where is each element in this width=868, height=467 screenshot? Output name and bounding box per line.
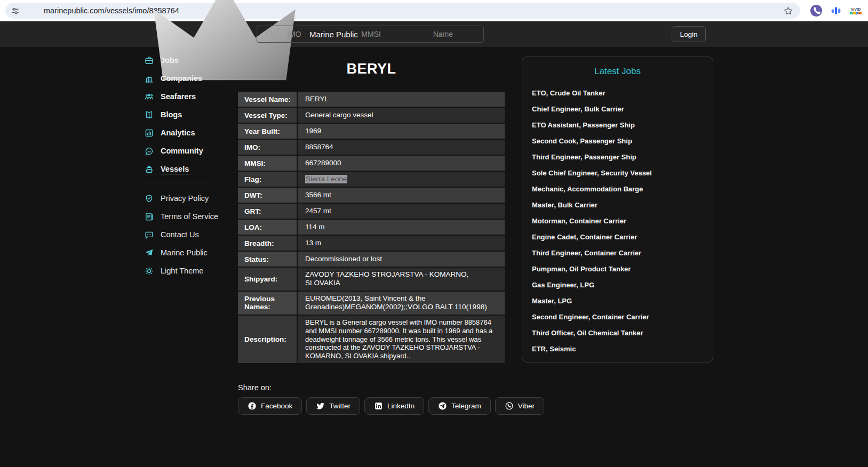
detail-row: GRT: 2457 mt <box>238 204 505 220</box>
vessel-search-bar <box>257 26 484 43</box>
job-item[interactable]: Motorman, Container Carrier <box>522 213 713 229</box>
sidebar-item-label: Companies <box>161 74 202 83</box>
chat-smile-icon <box>145 147 154 156</box>
detail-value-text: General cargo vessel <box>305 111 373 119</box>
book-icon <box>145 110 154 119</box>
vessel-title: BERYL <box>238 61 505 77</box>
job-item[interactable]: Third Engineer, Container Carrier <box>522 245 713 261</box>
sidebar-item[interactable]: Terms of Service <box>136 207 232 226</box>
detail-value-text: 667289000 <box>305 159 341 167</box>
twitter-icon <box>316 401 325 410</box>
mmsi-search-input[interactable] <box>337 30 411 38</box>
sidebar-item-label: Vessels <box>161 165 189 173</box>
job-item[interactable]: ETR, Seismic <box>522 341 713 357</box>
detail-row: Year Built: 1969 <box>238 124 505 140</box>
sidebar-item[interactable]: Vessels <box>136 160 232 178</box>
share-button[interactable]: Facebook <box>238 397 302 415</box>
document-lines-icon <box>145 212 154 221</box>
sidebar-item-label: Blogs <box>161 110 182 119</box>
job-item[interactable]: Master, LPG <box>522 293 713 309</box>
detail-label: Description: <box>238 316 298 363</box>
detail-value: Decommissioned or lost <box>298 252 505 267</box>
share-button[interactable]: LinkedIn <box>364 397 424 415</box>
people-icon <box>145 92 154 101</box>
imo-search-input[interactable] <box>275 30 337 38</box>
share-button-label: Viber <box>518 402 535 410</box>
linkedin-icon <box>374 401 383 410</box>
detail-label: Year Built: <box>238 124 298 139</box>
equalizer-extension-icon[interactable] <box>830 5 842 17</box>
invid-extension-icon[interactable]: InVID <box>850 7 862 14</box>
address-bar[interactable]: marinepublic.com/vessels/imo/8858764 <box>5 3 800 19</box>
job-item[interactable]: Master, Bulk Carrier <box>522 197 713 213</box>
share-button-label: Telegram <box>451 402 481 410</box>
site-settings-icon[interactable] <box>11 6 20 15</box>
sidebar-item[interactable]: Community <box>136 142 232 160</box>
detail-value-text: BERYL is a General cargo vessel with IMO… <box>305 318 499 360</box>
job-item[interactable]: ETO, Crude Oil Tanker <box>522 85 713 101</box>
job-item[interactable]: Sole Chief Engineer, Security Vessel <box>522 165 713 181</box>
detail-row: IMO: 8858764 <box>238 140 505 156</box>
detail-label: Vessel Type: <box>238 108 298 123</box>
share-button-label: LinkedIn <box>387 402 415 410</box>
job-item[interactable]: Chief Engineer, Bulk Carrier <box>522 101 713 117</box>
chat-dots-icon <box>145 230 154 239</box>
detail-row: Vessel Type: General cargo vessel <box>238 108 505 124</box>
job-item[interactable]: Pumpman, Oil Product Tanker <box>522 261 713 277</box>
detail-row: Flag: Sierra Leone <box>238 172 505 188</box>
detail-value: 667289000 <box>298 156 505 171</box>
sidebar-item-label: Jobs <box>161 56 179 65</box>
detail-value: 2457 mt <box>298 204 505 219</box>
share-label: Share on: <box>238 383 505 392</box>
job-item[interactable]: ETO Assistant, Passenger Ship <box>522 117 713 133</box>
sidebar-item-label: Contact Us <box>161 230 199 239</box>
login-button[interactable]: Login <box>672 26 706 42</box>
sidebar-item[interactable]: Seafarers <box>136 87 232 106</box>
job-item[interactable]: Second Cook, Passenger Ship <box>522 133 713 149</box>
sidebar-item-label: Privacy Policy <box>161 194 209 203</box>
latest-jobs-title: Latest Jobs <box>522 66 713 77</box>
sidebar-item[interactable]: Analytics <box>136 124 232 142</box>
share-button[interactable]: Twitter <box>306 397 360 415</box>
job-item[interactable]: Gas Engineer, LPG <box>522 277 713 293</box>
sidebar-item[interactable]: Blogs <box>136 106 232 124</box>
viber-extension-icon[interactable] <box>810 5 822 17</box>
detail-row: DWT: 3566 mt <box>238 188 505 204</box>
sidebar-item[interactable]: Privacy Policy <box>136 189 232 207</box>
detail-value-text: 8858764 <box>305 143 333 151</box>
detail-row: Breadth: 13 m <box>238 236 505 252</box>
latest-jobs-list: ETO, Crude Oil Tanker Chief Engineer, Bu… <box>522 85 713 357</box>
share-buttons-row: Facebook Twitter LinkedIn Telegram <box>238 397 505 415</box>
detail-label: Previous Names: <box>238 292 298 315</box>
bookmark-star-icon[interactable] <box>783 6 793 16</box>
detail-value: EUROMED(2013, Saint Vincent & the Grenad… <box>298 292 505 315</box>
vessel-main: BERYL Vessel Name: BERYL Vessel Type: Ge… <box>238 61 505 415</box>
share-button-label: Twitter <box>329 402 351 410</box>
sidebar-item[interactable]: Marine Public <box>136 244 232 262</box>
job-item[interactable]: Second Engineer, Container Carrier <box>522 309 713 325</box>
search-icon <box>265 29 275 39</box>
job-item[interactable]: Mechanic, Accommodation Barge <box>522 181 713 197</box>
detail-row: Shipyard: ZAVODY TAZKEHO STROJARSTVA - K… <box>238 268 505 292</box>
share-button[interactable]: Viber <box>495 397 544 415</box>
name-search-input[interactable] <box>412 30 483 38</box>
detail-value: BERYL is a General cargo vessel with IMO… <box>298 316 505 363</box>
job-item[interactable]: Third Engineer, Passenger Ship <box>522 149 713 165</box>
sidebar-item[interactable]: Jobs <box>136 51 232 69</box>
detail-label: Shipyard: <box>238 268 298 291</box>
detail-value-text: 2457 mt <box>305 207 331 215</box>
detail-label: Status: <box>238 252 298 267</box>
detail-value: ZAVODY TAZKEHO STROJARSTVA - KOMARNO, SL… <box>298 268 505 291</box>
job-item[interactable]: Engine Cadet, Container Carrier <box>522 229 713 245</box>
detail-value: 13 m <box>298 236 505 251</box>
job-item[interactable]: Third Officer, Oil Chemical Tanker <box>522 325 713 341</box>
sidebar-item[interactable]: Companies <box>136 69 232 87</box>
sidebar-item-label: Light Theme <box>161 267 203 275</box>
detail-row: Description: BERYL is a General cargo ve… <box>238 316 505 364</box>
detail-row: LOA: 114 m <box>238 220 505 236</box>
sun-icon <box>145 267 154 276</box>
sidebar-item[interactable]: Contact Us <box>136 226 232 244</box>
sidebar-item[interactable]: Light Theme <box>136 262 232 280</box>
share-button[interactable]: Telegram <box>428 397 491 415</box>
facebook-icon <box>248 401 257 410</box>
